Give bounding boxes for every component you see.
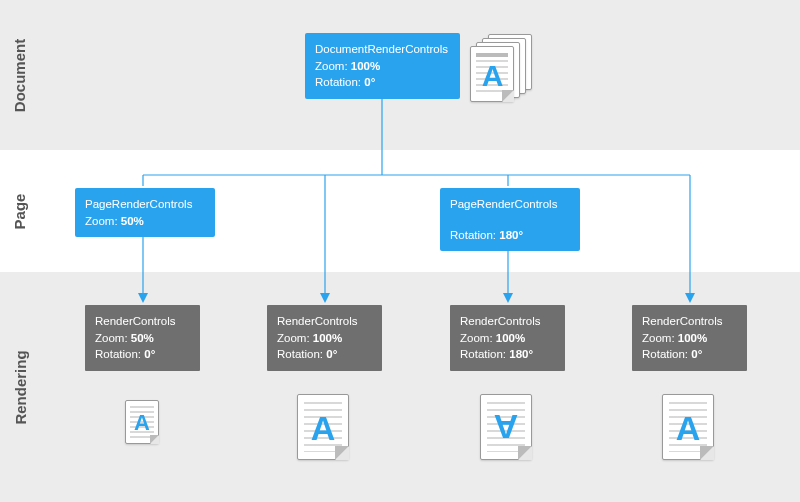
page-render-controls-node-1: PageRenderControls Zoom: 50% — [75, 188, 215, 237]
node-title: PageRenderControls — [450, 196, 570, 213]
rendered-page-icon-4: A — [662, 394, 714, 460]
node-rotation: Rotation: 0° — [315, 74, 450, 91]
render-controls-node-2: RenderControls Zoom: 100% Rotation: 0° — [267, 305, 382, 371]
node-rotation: Rotation: 180° — [460, 346, 555, 363]
node-title: DocumentRenderControls — [315, 41, 450, 58]
node-rotation: Rotation: 0° — [642, 346, 737, 363]
node-zoom: Zoom: 100% — [460, 330, 555, 347]
rendered-page-icon-1: A — [125, 400, 159, 444]
document-stack-icon: A — [470, 30, 540, 104]
document-render-controls-node: DocumentRenderControls Zoom: 100% Rotati… — [305, 33, 460, 99]
node-rotation: Rotation: 0° — [277, 346, 372, 363]
node-zoom: Zoom: 100% — [642, 330, 737, 347]
page-render-controls-node-2: PageRenderControls Rotation: 180° — [440, 188, 580, 251]
node-rotation: Rotation: 180° — [450, 227, 570, 244]
node-zoom: Zoom: 50% — [85, 213, 205, 230]
node-title: RenderControls — [95, 313, 190, 330]
node-zoom: Zoom: 50% — [95, 330, 190, 347]
render-controls-node-3: RenderControls Zoom: 100% Rotation: 180° — [450, 305, 565, 371]
render-controls-node-1: RenderControls Zoom: 50% Rotation: 0° — [85, 305, 200, 371]
render-controls-node-4: RenderControls Zoom: 100% Rotation: 0° — [632, 305, 747, 371]
node-rotation: Rotation: 0° — [95, 346, 190, 363]
rendered-page-icon-3: A — [480, 394, 532, 460]
node-zoom: Zoom: 100% — [315, 58, 450, 75]
spacer — [450, 213, 570, 227]
node-zoom: Zoom: 100% — [277, 330, 372, 347]
rendered-page-icon-2: A — [297, 394, 349, 460]
node-title: RenderControls — [642, 313, 737, 330]
node-title: RenderControls — [460, 313, 555, 330]
node-title: RenderControls — [277, 313, 372, 330]
section-label-page: Page — [8, 150, 32, 272]
section-label-rendering: Rendering — [8, 272, 32, 502]
node-title: PageRenderControls — [85, 196, 205, 213]
section-label-document: Document — [8, 0, 32, 150]
